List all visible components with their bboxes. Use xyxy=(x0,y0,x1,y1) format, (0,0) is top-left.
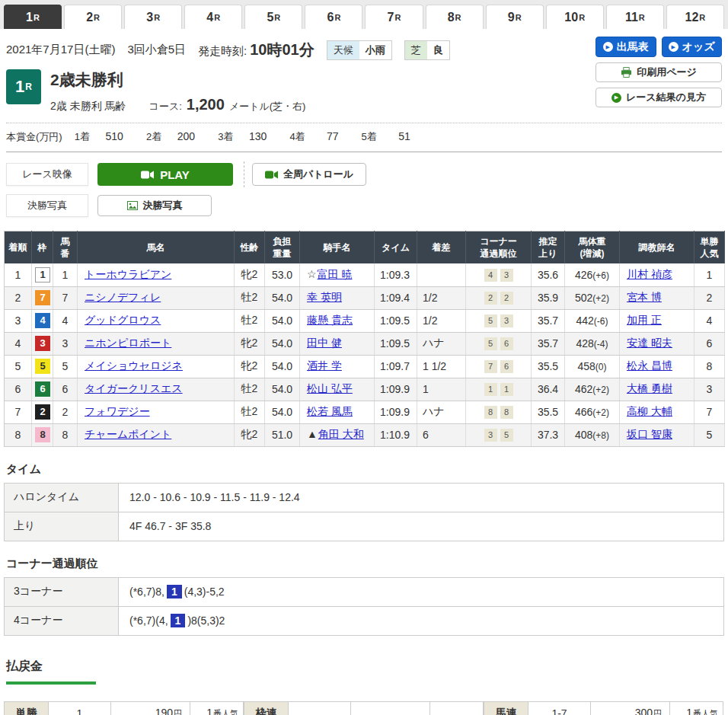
body-weight-diff: (-4) xyxy=(594,339,608,350)
prize-rank: 1着 xyxy=(75,130,90,144)
trainer-link[interactable]: 川村 禎彦 xyxy=(627,268,672,280)
trainer-link[interactable]: 安達 昭夫 xyxy=(627,337,672,349)
trainer-cell: 高柳 大輔 xyxy=(620,401,694,423)
time-row-label: 上り xyxy=(5,512,119,541)
results-header-row: 着順枠馬 番馬名性齢負担 重量騎手名タイム着差コーナー 通過順位推定 上り馬体重… xyxy=(5,231,725,264)
body-weight-diff: (+8) xyxy=(592,430,609,441)
trainer-link[interactable]: 宮本 博 xyxy=(627,291,662,303)
column-header: 枠 xyxy=(32,231,53,264)
result-row: 111トーホウラビアン牝253.0☆富田 暁1:09.34335.6426(+6… xyxy=(5,263,725,286)
jockey-link[interactable]: 幸 英明 xyxy=(307,291,342,303)
entries-button-label: 出馬表 xyxy=(617,40,649,54)
race-tab-1R[interactable]: 1R xyxy=(4,5,62,29)
patrol-button-label: 全周パトロール xyxy=(283,168,353,181)
horse-name-link[interactable]: トーホウラビアン xyxy=(85,268,171,280)
prize-amount: 77 xyxy=(316,130,339,142)
body-weight-diff: (-6) xyxy=(594,316,608,327)
horse-number: 6 xyxy=(53,378,78,401)
horse-name-link[interactable]: メイショウセロジネ xyxy=(85,359,183,372)
trainer-link[interactable]: 加用 正 xyxy=(627,314,662,326)
popularity-suffix: 番人気 xyxy=(693,709,718,715)
finish-time: 1:09.4 xyxy=(375,286,417,309)
jockey-link[interactable]: 松山 弘平 xyxy=(307,382,353,394)
tab-suffix: R xyxy=(699,13,705,22)
trainer-link[interactable]: 大橋 勇樹 xyxy=(627,382,672,394)
race-tab-8R[interactable]: 8R xyxy=(426,5,484,29)
race-tab-9R[interactable]: 9R xyxy=(486,5,544,29)
corner-pass-box: 5 xyxy=(484,337,497,350)
weather-value: 小雨 xyxy=(359,41,391,59)
print-button-label: 印刷用ページ xyxy=(637,65,697,79)
print-button[interactable]: 印刷用ページ xyxy=(595,62,722,82)
horse-name-link[interactable]: チャームポイント xyxy=(85,428,171,440)
margin: 1 xyxy=(417,378,466,401)
race-tab-11R[interactable]: 11R xyxy=(606,5,664,29)
photo-button[interactable]: 決勝写真 xyxy=(97,195,212,216)
jockey-link[interactable]: 田中 健 xyxy=(307,337,342,349)
tab-number: 3 xyxy=(146,11,153,24)
horse-number: 7 xyxy=(53,286,78,309)
guide-button[interactable]: ▶ レース結果の見方 xyxy=(595,88,722,107)
horse-name-link[interactable]: グッドグロウス xyxy=(85,314,161,326)
body-weight: 462(+2) xyxy=(565,378,620,401)
race-tab-5R[interactable]: 5R xyxy=(244,5,302,29)
divider xyxy=(244,161,244,187)
trainer-cell: 加用 正 xyxy=(620,309,694,332)
trainer-link[interactable]: 坂口 智康 xyxy=(627,428,672,440)
race-tab-7R[interactable]: 7R xyxy=(365,5,423,29)
horse-name-cell: ニシノデフィレ xyxy=(78,286,235,309)
jockey-link[interactable]: 酒井 学 xyxy=(307,359,342,372)
horse-name-link[interactable]: タイガークリスエス xyxy=(85,382,183,394)
popularity-suffix: 番人気 xyxy=(213,709,238,715)
column-header: 調教師名 xyxy=(620,231,694,264)
horse-number: 8 xyxy=(53,423,78,446)
play-button[interactable]: PLAY xyxy=(97,163,233,186)
jockey-link[interactable]: 藤懸 貴志 xyxy=(307,314,353,326)
corner-passing: 88 xyxy=(466,401,532,423)
race-tab-12R[interactable]: 12R xyxy=(666,5,724,29)
media-section: レース映像 PLAY 全周パトロール 決勝写真 決勝写真 xyxy=(0,152,728,220)
jockey-link[interactable]: 松若 風馬 xyxy=(307,405,353,417)
jockey-link[interactable]: 角田 大和 xyxy=(318,428,364,440)
tab-suffix: R xyxy=(274,13,280,22)
patrol-button[interactable]: 全周パトロール xyxy=(252,163,366,186)
race-tab-3R[interactable]: 3R xyxy=(124,5,182,29)
body-weight: 502(+2) xyxy=(565,286,620,309)
race-tab-4R[interactable]: 4R xyxy=(184,5,242,29)
finish-position: 8 xyxy=(5,423,32,446)
body-weight-diff: (+2) xyxy=(592,407,609,418)
payout-amount xyxy=(351,701,430,715)
finish-position: 4 xyxy=(5,332,32,355)
trainer-link[interactable]: 松永 昌博 xyxy=(627,359,672,372)
payout-type-label: 馬連 xyxy=(484,701,528,715)
tab-number: 4 xyxy=(206,11,213,24)
frame-badge: 3 xyxy=(35,336,50,351)
column-header: 性齢 xyxy=(235,231,265,264)
race-tab-10R[interactable]: 10R xyxy=(546,5,604,29)
margin: 1 1/2 xyxy=(417,355,466,378)
race-tab-6R[interactable]: 6R xyxy=(305,5,362,29)
sex-age: 牝2 xyxy=(235,263,265,286)
horse-name-link[interactable]: フォワデジー xyxy=(85,405,150,417)
odds-button[interactable]: ▶ オッズ xyxy=(662,37,723,57)
column-header: 騎手名 xyxy=(300,231,375,264)
horse-name-link[interactable]: ニホンピロポート xyxy=(85,337,171,349)
trainer-link[interactable]: 高柳 大輔 xyxy=(627,405,672,417)
jockey-link[interactable]: 富田 暁 xyxy=(318,268,353,280)
side-actions: ▶ 出馬表 ▶ オッズ 印刷用ページ ▶ レース結果の見方 xyxy=(595,37,722,107)
horse-name-cell: タイガークリスエス xyxy=(78,378,235,401)
prize-label: 本賞金(万円) xyxy=(6,130,62,144)
finish-position: 5 xyxy=(5,355,32,378)
race-tab-2R[interactable]: 2R xyxy=(64,5,122,29)
tab-suffix: R xyxy=(394,13,401,22)
time-table: ハロンタイム12.0 - 10.6 - 10.9 - 11.5 - 11.9 -… xyxy=(4,483,724,541)
win-popularity: 5 xyxy=(694,423,725,446)
horse-name-link[interactable]: ニシノデフィレ xyxy=(85,291,161,303)
entries-button[interactable]: ▶ 出馬表 xyxy=(595,37,656,57)
margin: ハナ xyxy=(417,401,466,423)
horse-number: 4 xyxy=(53,309,78,332)
payout-combination: 1-7 xyxy=(528,701,591,715)
sex-age: 牡2 xyxy=(235,401,265,423)
corner-pass-box: 6 xyxy=(500,337,513,350)
leader-number-box: 1 xyxy=(167,585,182,598)
